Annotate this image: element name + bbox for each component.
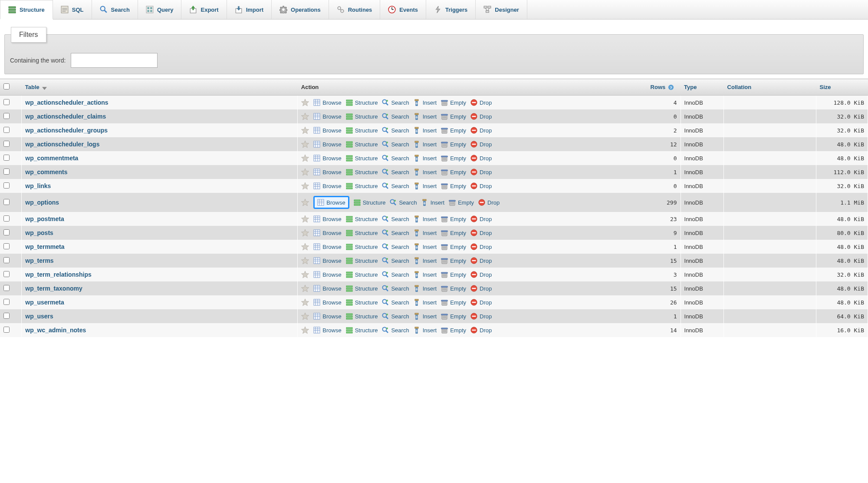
drop-action[interactable]: Drop [470,169,492,175]
empty-action[interactable]: Empty [441,215,466,222]
table-name-link[interactable]: wp_options [22,193,298,212]
drop-action[interactable]: Drop [470,155,492,162]
browse-action[interactable]: Browse [313,141,341,148]
row-checkbox[interactable] [3,313,10,319]
search-action[interactable]: Search [382,229,409,236]
structure-action[interactable]: Structure [346,127,378,134]
structure-action[interactable]: Structure [346,113,378,120]
empty-action[interactable]: Empty [441,127,466,134]
search-action[interactable]: Search [382,215,409,222]
drop-action[interactable]: Drop [470,271,492,278]
favorite-star-icon[interactable] [301,229,309,237]
search-action[interactable]: Search [382,243,409,250]
table-name-link[interactable]: wp_posts [22,226,298,240]
search-action[interactable]: Search [390,199,417,206]
tab-routines[interactable]: Routines [329,0,381,19]
empty-action[interactable]: Empty [441,299,466,306]
tab-structure[interactable]: Structure [0,0,53,20]
table-name-link[interactable]: wp_termmeta [22,240,298,254]
col-type[interactable]: Type [681,79,724,96]
tab-operations[interactable]: Operations [272,0,329,19]
drop-action[interactable]: Drop [470,182,492,189]
row-checkbox[interactable] [3,271,10,277]
row-checkbox[interactable] [3,243,10,249]
favorite-star-icon[interactable] [301,112,309,120]
insert-action[interactable]: Insert [414,285,437,292]
tab-designer[interactable]: Designer [476,0,527,19]
favorite-star-icon[interactable] [301,312,309,320]
row-checkbox[interactable] [3,113,10,119]
tab-export[interactable]: Export [181,0,227,19]
row-checkbox[interactable] [3,229,10,235]
insert-action[interactable]: Insert [414,127,437,134]
structure-action[interactable]: Structure [346,243,378,250]
table-name-link[interactable]: wp_term_relationships [22,268,298,281]
row-checkbox[interactable] [3,257,10,263]
browse-action[interactable]: Browse [313,285,341,292]
favorite-star-icon[interactable] [301,182,309,190]
insert-action[interactable]: Insert [414,141,437,148]
drop-action[interactable]: Drop [470,99,492,106]
structure-action[interactable]: Structure [346,257,378,264]
favorite-star-icon[interactable] [301,140,309,148]
search-action[interactable]: Search [382,285,409,292]
empty-action[interactable]: Empty [441,285,466,292]
structure-action[interactable]: Structure [346,313,378,320]
search-action[interactable]: Search [382,299,409,306]
favorite-star-icon[interactable] [301,154,309,162]
browse-action[interactable]: Browse [313,182,341,189]
insert-action[interactable]: Insert [414,257,437,264]
empty-action[interactable]: Empty [441,182,466,189]
browse-action[interactable]: Browse [313,113,341,120]
empty-action[interactable]: Empty [441,229,466,236]
insert-action[interactable]: Insert [414,99,437,106]
favorite-star-icon[interactable] [301,257,309,265]
browse-action[interactable]: Browse [313,169,341,175]
help-icon[interactable]: ? [668,84,674,90]
insert-action[interactable]: Insert [414,182,437,189]
structure-action[interactable]: Structure [346,155,378,162]
structure-action[interactable]: Structure [346,299,378,306]
favorite-star-icon[interactable] [301,243,309,251]
drop-action[interactable]: Drop [470,327,492,334]
drop-action[interactable]: Drop [470,229,492,236]
empty-action[interactable]: Empty [449,199,474,206]
empty-action[interactable]: Empty [441,99,466,106]
search-action[interactable]: Search [382,182,409,189]
row-checkbox[interactable] [3,155,10,161]
browse-action[interactable]: Browse [313,327,341,334]
empty-action[interactable]: Empty [441,155,466,162]
table-name-link[interactable]: wp_links [22,179,298,193]
insert-action[interactable]: Insert [414,215,437,222]
insert-action[interactable]: Insert [414,299,437,306]
col-size[interactable]: Size [816,79,868,96]
insert-action[interactable]: Insert [414,113,437,120]
browse-action[interactable]: Browse [313,299,341,306]
insert-action[interactable]: Insert [414,243,437,250]
favorite-star-icon[interactable] [301,326,309,334]
row-checkbox[interactable] [3,141,10,147]
table-name-link[interactable]: wp_actionscheduler_logs [22,137,298,151]
favorite-star-icon[interactable] [301,271,309,278]
search-action[interactable]: Search [382,99,409,106]
table-name-link[interactable]: wp_users [22,309,298,323]
row-checkbox[interactable] [3,199,10,205]
drop-action[interactable]: Drop [470,141,492,148]
browse-action[interactable]: Browse [313,243,341,250]
table-name-link[interactable]: wp_usermeta [22,295,298,309]
tab-import[interactable]: Import [227,0,272,19]
empty-action[interactable]: Empty [441,243,466,250]
insert-action[interactable]: Insert [414,271,437,278]
structure-action[interactable]: Structure [346,215,378,222]
empty-action[interactable]: Empty [441,169,466,175]
row-checkbox[interactable] [3,285,10,291]
col-collation[interactable]: Collation [724,79,816,96]
table-name-link[interactable]: wp_actionscheduler_groups [22,123,298,137]
empty-action[interactable]: Empty [441,141,466,148]
empty-action[interactable]: Empty [441,313,466,320]
empty-action[interactable]: Empty [441,271,466,278]
search-action[interactable]: Search [382,155,409,162]
table-name-link[interactable]: wp_terms [22,254,298,268]
browse-action[interactable]: Browse [313,127,341,134]
drop-action[interactable]: Drop [470,215,492,222]
